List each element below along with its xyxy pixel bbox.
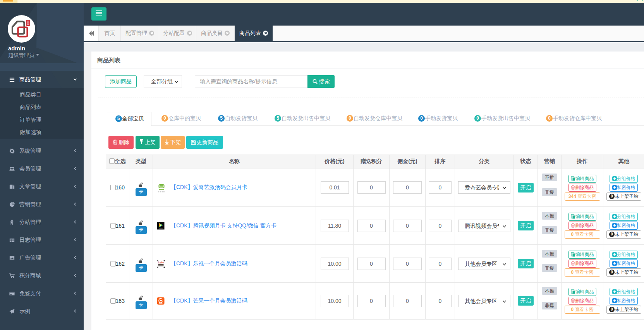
svg-text:0: 0 [611,270,613,274]
svg-text:Letv: Letv [158,261,164,264]
svg-text:0: 0 [611,194,613,198]
svg-text:0: 0 [611,232,613,236]
svg-text:0: 0 [611,308,613,312]
